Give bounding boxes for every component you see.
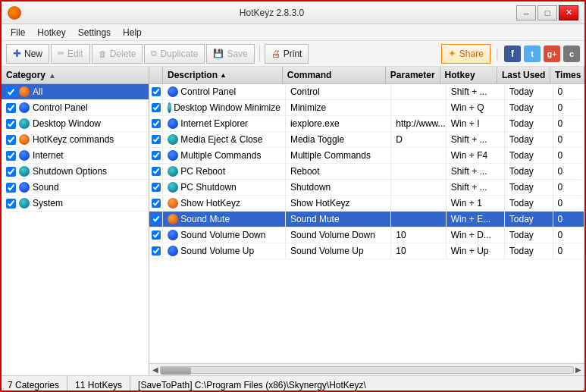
row-checkbox[interactable] [152,103,161,112]
table-row[interactable]: Sound Mute Sound Mute Win + E... Today 0 [149,212,584,227]
table-row[interactable]: Sound Volume Down Sound Volume Down 10 W… [149,227,584,243]
row-checkbox-cell [149,227,163,243]
new-button[interactable]: ✚ New [6,44,49,64]
category-item-sound[interactable]: Sound [2,180,149,196]
duplicate-button[interactable]: ⧉ Duplicate [144,44,205,64]
menu-settings[interactable]: Settings [72,26,117,39]
col-header-last-used[interactable]: Last Used [497,67,550,83]
menu-file[interactable]: File [5,26,31,39]
facebook-icon[interactable]: f [504,45,521,62]
edit-button[interactable]: ✏ Edit [51,44,90,64]
row-checkbox[interactable] [152,215,161,224]
table-row[interactable]: PC Reboot Reboot Shift + ... Today 0 [149,164,584,180]
save-button[interactable]: 💾 Save [206,44,254,64]
category-checkbox-hotkeyz-commands[interactable] [6,135,16,145]
delete-button[interactable]: 🗑 Delete [92,44,143,64]
toolbar-right: ✦ Share | f t g+ c [441,44,580,64]
googleplus-icon[interactable]: g+ [544,45,560,62]
col-header-hotkey[interactable]: Hotkey [440,67,497,83]
category-checkbox-internet[interactable] [6,151,16,161]
row-times: 0 [558,246,563,256]
row-checkbox-cell [149,148,163,163]
row-last-used: Today [509,246,534,256]
row-command-cell: iexplore.exe [286,116,391,131]
row-hotkey-cell: Win + D... [447,227,505,243]
table-row[interactable]: PC Shutdown Shutdown Shift + ... Today 0 [149,180,584,196]
category-checkbox-shutdown-options[interactable] [6,167,16,177]
category-checkbox-sound[interactable] [6,183,16,193]
row-times: 0 [558,214,563,224]
row-last-used: Today [509,214,534,224]
duplicate-icon: ⧉ [151,49,157,58]
row-command: Reboot [290,166,320,177]
menu-help[interactable]: Help [117,26,148,39]
category-icon-system [19,198,30,209]
col-header-description[interactable]: Description ▲ [163,67,283,83]
row-command: iexplore.exe [290,118,340,129]
col-header-command[interactable]: Command [283,67,386,83]
category-checkbox-control-panel[interactable] [6,103,16,113]
row-last-used: Today [509,198,534,209]
category-item-desktop-window[interactable]: Desktop Window [2,116,149,132]
row-command-cell: Shutdown [286,180,391,195]
row-times-cell: 0 [553,84,584,99]
row-parameter: 10 [396,246,406,256]
category-item-control-panel[interactable]: Control Panel [2,100,149,116]
row-parameter: D [396,134,403,145]
close-button[interactable]: ✕ [559,5,578,20]
table-row[interactable]: Multiple Commands Multiple Commands Win … [149,148,584,164]
table-row[interactable]: Sound Volume Up Sound Volume Up 10 Win +… [149,243,584,259]
horizontal-scrollbar[interactable]: ◀ ▶ [149,363,584,375]
table-row[interactable]: Desktop Window Minimize Minimize Win + Q… [149,100,584,116]
row-hotkey-cell: Win + 1 [447,196,505,211]
scroll-thumb[interactable] [161,367,191,375]
row-checkbox[interactable] [152,183,161,192]
row-checkbox[interactable] [152,199,161,208]
row-command: Sound Volume Down [290,230,375,240]
row-icon [168,134,178,145]
row-times-cell: 0 [553,227,584,243]
row-checkbox[interactable] [152,167,161,176]
table-row[interactable]: Media Eject & Close Media Toggle D Shift… [149,132,584,148]
category-item-hotkeyz-commands[interactable]: HotKeyz commands [2,132,149,148]
category-label-system: System [33,198,63,209]
category-item-internet[interactable]: Internet [2,148,149,164]
row-times: 0 [558,182,563,193]
row-last-used: Today [509,230,534,240]
table-row[interactable]: Control Panel Control Shift + ... Today … [149,84,584,100]
category-item-system[interactable]: System [2,196,149,212]
row-description-cell: Show HotKeyz [163,196,286,211]
row-checkbox[interactable] [152,151,161,160]
row-checkbox[interactable] [152,87,161,96]
table-row[interactable]: Show HotKeyz Show HotKeyz Win + 1 Today … [149,196,584,212]
row-last-used-cell: Today [505,100,553,115]
category-checkbox-all[interactable] [6,87,16,97]
menu-hotkey[interactable]: Hotkey [31,26,71,39]
share-button[interactable]: ✦ Share [441,44,490,64]
row-times: 0 [558,102,563,113]
extra-icon[interactable]: c [563,45,580,62]
row-times-cell: 0 [553,100,584,115]
table-row[interactable]: Internet Explorer iexplore.exe http://ww… [149,116,584,132]
row-checkbox-cell [149,84,163,99]
row-parameter-cell [391,100,447,115]
col-header-times[interactable]: Times [550,67,584,83]
category-checkbox-system[interactable] [6,199,16,209]
maximize-button[interactable]: □ [537,5,557,20]
row-checkbox[interactable] [152,119,161,128]
category-item-shutdown-options[interactable]: Shutdown Options [2,164,149,180]
row-hotkey: Shift + ... [451,166,487,177]
menu-bar: File Hotkey Settings Help [2,24,584,41]
print-button[interactable]: 🖨 Print [265,44,309,64]
scroll-right-arrow[interactable]: ▶ [574,365,583,374]
category-item-all[interactable]: All [2,84,149,100]
col-header-parameter[interactable]: Parameter [386,67,440,83]
row-checkbox[interactable] [152,230,161,240]
minimize-button[interactable]: – [516,5,536,20]
twitter-icon[interactable]: t [524,45,541,62]
category-checkbox-desktop-window[interactable] [6,119,16,129]
scroll-left-arrow[interactable]: ◀ [151,365,160,374]
row-description: PC Reboot [180,166,225,177]
row-checkbox[interactable] [152,246,161,256]
row-checkbox[interactable] [152,135,161,144]
